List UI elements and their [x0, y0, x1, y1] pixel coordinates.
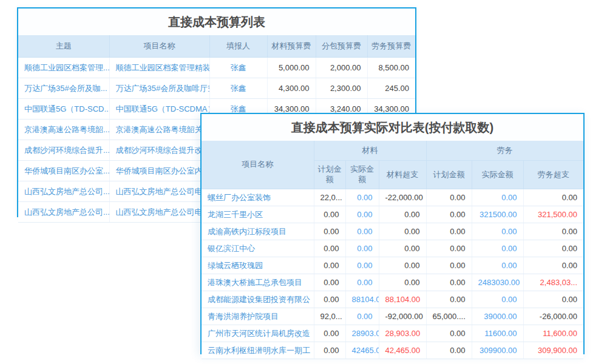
- cell-subject[interactable]: 万达广场35#会所及咖...: [18, 78, 109, 99]
- cell-project-name[interactable]: 华侨城项目南区办公室内: [109, 161, 209, 181]
- cell-project-name[interactable]: 万达广场35#会所及咖啡厅空...: [109, 78, 209, 99]
- cell-project-name[interactable]: 云南水利枢纽潜明水库一期工: [202, 342, 314, 359]
- cell-material-plan: 0.00: [314, 206, 345, 223]
- cell-labor-actual[interactable]: 11600.00: [472, 325, 523, 342]
- cell-labor-actual[interactable]: 321500.00: [472, 206, 523, 223]
- table-row: 青海洪湖养护院项目92,0...0.00-92,000.0065,000....…: [202, 308, 583, 325]
- cell-material-actual[interactable]: 0.00: [345, 223, 379, 240]
- cell-labor-overrun: 321,500.00: [523, 206, 583, 223]
- cell-labor-actual[interactable]: 0.00: [472, 240, 523, 257]
- cell-labor-actual[interactable]: 0.00: [472, 223, 523, 240]
- budget-comparison-table: 项目名称 材料 劳务 计划金额 实际金额 材料超支 计划金额 实际金额 劳务超支…: [202, 141, 583, 359]
- col-header-labor-budget: 劳务预算费: [367, 35, 415, 58]
- col-header-material-actual: 实际金额: [345, 161, 379, 189]
- col-header-project-name: 项目名称: [109, 35, 209, 58]
- cell-project-name[interactable]: 青海洪湖养护院项目: [202, 308, 314, 325]
- cell-labor-actual[interactable]: 39000.00: [472, 308, 523, 325]
- cell-project-name[interactable]: 龙湖三千里小区: [202, 206, 314, 223]
- table-row: 银亿滨江中心0.000.000.000.000.000.00: [202, 240, 583, 257]
- cell-material-budget: 5,000.00: [267, 58, 316, 78]
- table-row: 绿城云栖玫瑰园0.000.000.000.000.000.00: [202, 257, 583, 274]
- cell-material-overrun: 28,903.00: [379, 325, 426, 342]
- cell-material-overrun: 0.00: [379, 206, 426, 223]
- cell-labor-plan: 0.00: [426, 206, 472, 223]
- cell-project-name[interactable]: 山西弘文房地产总公司电: [109, 202, 209, 223]
- cell-subject[interactable]: 成都沙河环境综合提升...: [18, 140, 109, 161]
- col-header-project-name: 项目名称: [202, 141, 314, 189]
- cell-labor-actual[interactable]: 0.00: [472, 257, 523, 274]
- table-row: 成渝高铁内江标段项目0.000.000.000.000.000.00: [202, 223, 583, 240]
- cell-subject[interactable]: 华侨城项目南区办公室...: [18, 161, 109, 181]
- cell-material-actual[interactable]: 42465.00: [345, 342, 379, 359]
- cell-labor-actual[interactable]: 0.00: [472, 291, 523, 308]
- cell-subcontract-budget: 2,300.00: [316, 78, 367, 99]
- col-header-labor-actual: 实际金额: [472, 161, 523, 189]
- cell-labor-budget: 8,500.00: [367, 58, 415, 78]
- cell-material-plan: 0.00: [314, 342, 345, 359]
- col-header-reporter: 填报人: [209, 35, 267, 58]
- cell-subject[interactable]: 山西弘文房地产总公司...: [18, 202, 109, 223]
- cell-material-actual[interactable]: 88104.00: [345, 291, 379, 308]
- table-row: 顺德工业园区档案管理...顺德工业园区档案管理精装饰...张鑫5,000.002…: [18, 58, 415, 78]
- cell-labor-plan: 0.00: [426, 223, 472, 240]
- cell-project-name[interactable]: 中国联通5G（TD-SCDMA）...: [109, 99, 209, 120]
- cell-material-actual[interactable]: 0.00: [345, 257, 379, 274]
- cell-project-name[interactable]: 港珠澳大桥施工总承包项目: [202, 274, 314, 291]
- cell-project-name[interactable]: 京港澳高速公路粤境韶关: [109, 120, 209, 140]
- cell-material-overrun: 0.00: [379, 223, 426, 240]
- cell-labor-actual[interactable]: 2483030.00: [472, 274, 523, 291]
- cell-material-actual[interactable]: 0.00: [345, 206, 379, 223]
- cell-labor-overrun: -26,000.00: [523, 308, 583, 325]
- table-row: 云南水利枢纽潜明水库一期工0.0042465.0042,465.000.0030…: [202, 342, 583, 359]
- cell-material-actual[interactable]: 0.00: [345, 274, 379, 291]
- cell-labor-plan: 0.00: [426, 189, 472, 206]
- cell-material-actual[interactable]: 28903.00: [345, 325, 379, 342]
- cell-subject[interactable]: 中国联通5G（TD-SCD...: [18, 99, 109, 120]
- group-header-labor: 劳务: [426, 141, 583, 161]
- col-header-labor-overrun: 劳务超支: [523, 161, 583, 189]
- group-header-row: 项目名称 材料 劳务: [202, 141, 583, 161]
- cell-subject[interactable]: 顺德工业园区档案管理...: [18, 58, 109, 78]
- cell-material-plan: 0.00: [314, 291, 345, 308]
- cell-project-name[interactable]: 山西弘文房地产总公司电: [109, 181, 209, 202]
- cell-material-plan: 0.00: [314, 223, 345, 240]
- cell-subcontract-budget: 2,000.00: [316, 58, 367, 78]
- cell-labor-plan: 0.00: [426, 325, 472, 342]
- cell-labor-plan: 0.00: [426, 274, 472, 291]
- cell-project-name[interactable]: 银亿滨江中心: [202, 240, 314, 257]
- cell-labor-plan: 0.00: [426, 257, 472, 274]
- cell-reporter[interactable]: 张鑫: [209, 58, 267, 78]
- cell-labor-plan: 0.00: [426, 240, 472, 257]
- table-row: 港珠澳大桥施工总承包项目0.000.000.000.002483030.002,…: [202, 274, 583, 291]
- cell-project-name[interactable]: 广州市天河区统计局机房改造: [202, 325, 314, 342]
- cell-material-overrun: 0.00: [379, 257, 426, 274]
- cell-subject[interactable]: 京港澳高速公路粤境韶...: [18, 120, 109, 140]
- cell-labor-overrun: 0.00: [523, 189, 583, 206]
- cell-project-name[interactable]: 成渝高铁内江标段项目: [202, 223, 314, 240]
- col-header-material-budget: 材料预算费: [267, 35, 316, 58]
- cell-project-name[interactable]: 螺丝厂办公室装饰: [202, 189, 314, 206]
- cell-material-plan: 0.00: [314, 240, 345, 257]
- cell-project-name[interactable]: 成都沙河环境综合提升改: [109, 140, 209, 161]
- cell-reporter[interactable]: 张鑫: [209, 78, 267, 99]
- budget-list-title: 直接成本预算列表: [18, 8, 415, 35]
- cell-project-name[interactable]: 顺德工业园区档案管理精装饰...: [109, 58, 209, 78]
- cell-labor-overrun: 309,900.00: [523, 342, 583, 359]
- header-row: 主题 项目名称 填报人 材料预算费 分包预算费 劳务预算费: [18, 35, 415, 58]
- page-canvas: 直接成本预算列表 主题 项目名称 填报人 材料预算费 分包预算费 劳务预算费 顺…: [0, 0, 607, 364]
- cell-labor-actual[interactable]: 309900.00: [472, 342, 523, 359]
- cell-project-name[interactable]: 绿城云栖玫瑰园: [202, 257, 314, 274]
- cell-material-overrun: -92,000.00: [379, 308, 426, 325]
- cell-project-name[interactable]: 成都能源建设集团投资有限公: [202, 291, 314, 308]
- cell-labor-actual[interactable]: 0.00: [472, 189, 523, 206]
- cell-material-overrun: 88,104.00: [379, 291, 426, 308]
- cell-material-actual[interactable]: 0.00: [345, 189, 379, 206]
- cell-material-actual[interactable]: 0.00: [345, 240, 379, 257]
- cell-labor-overrun: 0.00: [523, 291, 583, 308]
- cell-material-actual[interactable]: 0.00: [345, 308, 379, 325]
- table-row: 螺丝厂办公室装饰22,0...0.00-22,000.000.000.000.0…: [202, 189, 583, 206]
- col-header-subcontract-budget: 分包预算费: [316, 35, 367, 58]
- cell-material-overrun: 42,465.00: [379, 342, 426, 359]
- cell-subject[interactable]: 山西弘文房地产总公司...: [18, 181, 109, 202]
- col-header-material-plan: 计划金额: [314, 161, 345, 189]
